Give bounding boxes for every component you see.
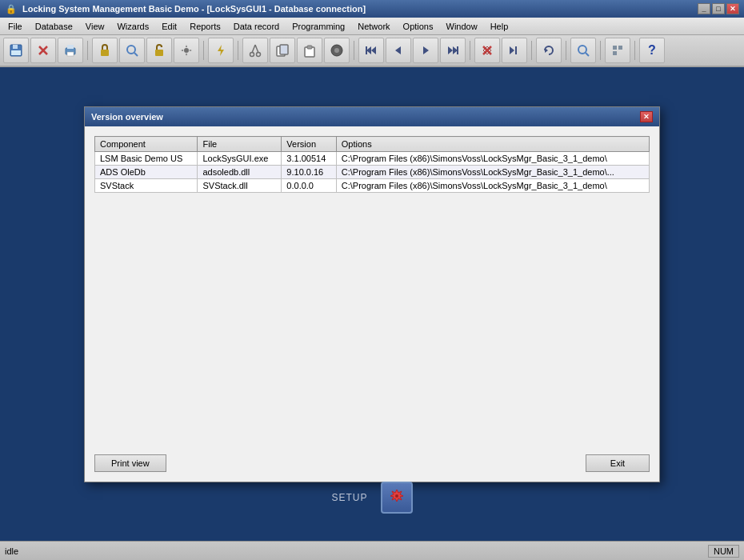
svg-point-38	[578, 46, 586, 54]
menu-wizards[interactable]: Wizards	[110, 18, 155, 34]
menu-database[interactable]: Database	[29, 18, 79, 34]
toolbar-sep-8	[600, 41, 601, 60]
toolbar-paste-btn[interactable]	[297, 38, 322, 63]
toolbar-stop-btn[interactable]	[474, 38, 500, 63]
toolbar-disk-btn[interactable]	[324, 38, 350, 63]
toolbar-extra-btn[interactable]	[605, 38, 630, 63]
toolbar-sep-4	[354, 41, 354, 60]
version-table-body: LSM Basic Demo USLockSysGUI.exe3.1.00514…	[95, 152, 650, 193]
num-indicator: NUM	[708, 545, 739, 558]
refresh-icon	[542, 43, 556, 58]
status-bar: idle NUM	[0, 541, 744, 560]
svg-point-15	[257, 53, 261, 57]
svg-marker-29	[448, 46, 453, 54]
svg-marker-35	[510, 46, 514, 54]
window-title: Locking System Management Basic Demo - […	[22, 4, 698, 14]
svg-rect-8	[101, 50, 109, 56]
cell-component: SVStack	[95, 179, 198, 193]
toolbar-help-btn[interactable]: ?	[639, 38, 665, 63]
cell-options: C:\Program Files (x86)\SimonsVoss\LockSy…	[336, 152, 649, 166]
toolbar-lock-btn[interactable]	[92, 38, 118, 63]
menu-reports[interactable]: Reports	[183, 18, 227, 34]
exit-button[interactable]: Exit	[586, 454, 650, 472]
toolbar-refresh-btn[interactable]	[536, 38, 562, 63]
menu-data-record[interactable]: Data record	[227, 18, 286, 34]
toolbar-find-btn[interactable]	[570, 38, 596, 63]
table-row: SVStackSVStack.dll0.0.0.0C:\Program File…	[95, 179, 650, 193]
svg-rect-1	[13, 45, 18, 49]
cell-component: LSM Basic Demo US	[95, 152, 198, 166]
unlock-icon	[152, 43, 166, 58]
toolbar-sep-2	[203, 41, 204, 60]
next-icon	[418, 43, 433, 58]
svg-line-39	[586, 53, 589, 56]
search-icon-2	[576, 43, 590, 58]
toolbar-sep-6	[531, 41, 532, 60]
disk-icon	[330, 43, 344, 58]
menu-edit[interactable]: Edit	[155, 18, 183, 34]
svg-rect-42	[613, 51, 617, 55]
app-icon: 🔒	[5, 2, 18, 15]
svg-point-14	[250, 53, 254, 57]
toolbar-cut-btn[interactable]	[242, 38, 268, 63]
toolbar-sep-9	[634, 41, 635, 60]
search-icon-1	[125, 43, 139, 58]
toolbar-prev-btn[interactable]	[386, 38, 411, 63]
toolbar-cancel-btn[interactable]	[30, 38, 56, 63]
menu-view[interactable]: View	[79, 18, 111, 34]
cell-file: adsoledb.dll	[198, 166, 282, 179]
version-dialog: Version overview ✕ Component File Versio…	[84, 106, 660, 482]
lock-icon	[98, 43, 112, 58]
toolbar-skip-btn[interactable]	[502, 38, 527, 63]
toolbar-last-btn[interactable]	[440, 38, 466, 63]
main-content: Version overview ✕ Component File Versio…	[0, 67, 744, 541]
toolbar-copy-btn[interactable]	[270, 38, 295, 63]
toolbar-first-btn[interactable]	[358, 38, 384, 63]
setup-icon[interactable]	[381, 482, 413, 514]
svg-line-10	[134, 53, 138, 56]
col-file: File	[198, 137, 282, 152]
close-button[interactable]: ✕	[726, 3, 739, 14]
col-options: Options	[336, 137, 649, 152]
menu-bar: File Database View Wizards Edit Reports …	[0, 18, 744, 35]
minimize-button[interactable]: _	[698, 3, 710, 14]
setup-area: SETUP	[0, 474, 744, 522]
menu-window[interactable]: Window	[440, 18, 484, 34]
menu-options[interactable]: Options	[397, 18, 440, 34]
cell-version: 3.1.00514	[282, 152, 336, 166]
maximize-button[interactable]: □	[712, 3, 725, 14]
svg-marker-27	[395, 46, 401, 54]
svg-rect-36	[515, 46, 517, 54]
menu-file[interactable]: File	[2, 18, 29, 34]
toolbar: ?	[0, 35, 744, 67]
cell-version: 9.10.0.16	[282, 166, 336, 179]
svg-line-17	[255, 45, 258, 53]
menu-programming[interactable]: Programming	[286, 18, 351, 34]
cut-icon	[248, 43, 262, 58]
print-view-button[interactable]: Print view	[94, 454, 166, 472]
dialog-close-button[interactable]: ✕	[640, 111, 653, 122]
skip-icon	[507, 43, 522, 58]
svg-point-9	[127, 46, 135, 54]
toolbar-sep-7	[566, 41, 566, 60]
table-row: ADS OleDbadsoledb.dll9.10.0.16C:\Program…	[95, 166, 650, 179]
svg-rect-26	[366, 46, 367, 54]
cell-file: LockSysGUI.exe	[198, 152, 282, 166]
toolbar-next-btn[interactable]	[413, 38, 438, 63]
menu-help[interactable]: Help	[484, 18, 515, 34]
dialog-title-bar: Version overview ✕	[85, 107, 659, 126]
svg-rect-41	[618, 46, 622, 50]
menu-network[interactable]: Network	[351, 18, 396, 34]
save-icon	[9, 43, 23, 58]
toolbar-lightning-btn[interactable]	[208, 38, 234, 63]
svg-marker-13	[218, 45, 224, 56]
toolbar-search-btn[interactable]	[119, 38, 145, 63]
toolbar-save-btn[interactable]	[3, 38, 29, 63]
toolbar-gear-btn[interactable]	[174, 38, 199, 63]
toolbar-print-btn[interactable]	[58, 38, 83, 63]
svg-marker-37	[545, 48, 548, 53]
svg-marker-25	[371, 46, 376, 54]
toolbar-unlock-btn[interactable]	[146, 38, 172, 63]
version-table: Component File Version Options LSM Basic…	[94, 136, 650, 193]
svg-rect-7	[67, 52, 74, 56]
